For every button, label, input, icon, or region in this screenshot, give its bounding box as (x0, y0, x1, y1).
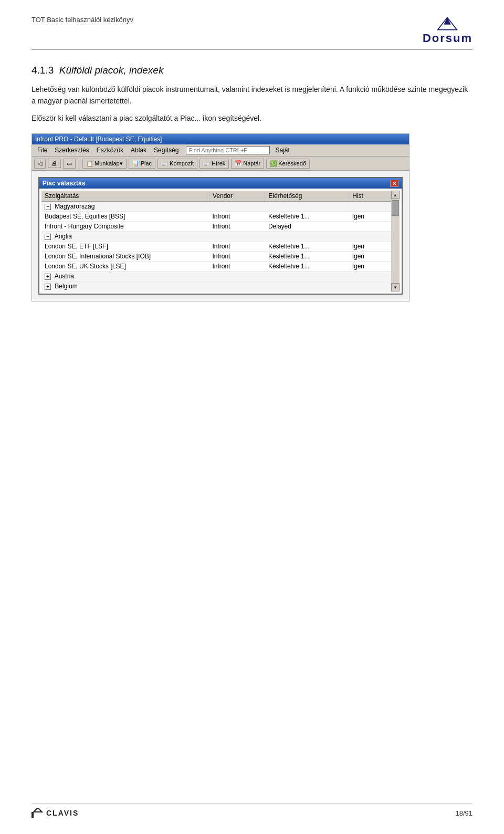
toolbar: ◁ 🖨 ▭ 📋 Munkalap▾ 📊 Piac 📰 Kompozit 📰 Hí… (32, 157, 409, 171)
munkalap-icon: 📋 (86, 160, 93, 167)
menu-segitseg[interactable]: Segítség (151, 145, 182, 155)
table-row[interactable]: London SE, International Stocks [IOB] In… (41, 252, 391, 262)
menu-sajat[interactable]: Saját (272, 145, 292, 155)
dialog-titlebar: Piac választás ✕ (39, 178, 402, 189)
piac-icon: 📊 (132, 160, 140, 167)
table-row[interactable]: Infront - Hungary Composite Infront Dela… (41, 222, 391, 232)
expand-austria-btn[interactable]: + (45, 274, 51, 280)
toolbar-naptar-btn[interactable]: 📅 Naptár (231, 159, 264, 169)
group-anglia[interactable]: − Anglia (41, 232, 391, 242)
col-szolgaltatas: Szolgáltatás (41, 191, 209, 202)
table-row[interactable]: London SE, ETF [LSF] Infront Késleltetve… (41, 242, 391, 252)
paragraph1: Lehetőség van különböző külföldi piacok … (32, 84, 472, 107)
screenshot-container: Infront PRO - Default [Budapest SE, Equi… (32, 133, 410, 301)
win-menubar[interactable]: File Szerkesztés Eszközök Ablak Segítség… (32, 144, 409, 157)
toolbar-screen-btn[interactable]: ▭ (63, 159, 76, 169)
toolbar-separator (79, 158, 79, 169)
dorsum-text: Dorsum (423, 32, 472, 45)
dialog-title: Piac választás (43, 180, 85, 187)
scrollbar[interactable]: ▲ ▼ (391, 191, 400, 291)
group-magyarorszag-label: Magyarország (55, 203, 94, 210)
menu-eszkozok[interactable]: Eszközök (93, 145, 127, 155)
win-title: Infront PRO - Default [Budapest SE, Equi… (35, 135, 162, 143)
expand-belgium-btn[interactable]: + (45, 284, 51, 290)
piac-dialog: Piac választás ✕ Szolgáltatás Vendor Elé… (38, 177, 403, 295)
hirek-icon: 📰 (203, 160, 211, 167)
scrollbar-up-btn[interactable]: ▲ (391, 191, 400, 199)
dialog-close-button[interactable]: ✕ (390, 180, 398, 187)
kereskedő-icon: 💹 (270, 160, 277, 167)
menu-file[interactable]: File (34, 145, 50, 155)
clavis-text: CLAVIS (46, 809, 79, 817)
page-footer: CLAVIS 18/91 (32, 803, 472, 818)
svg-marker-3 (34, 808, 42, 812)
svg-rect-2 (32, 812, 34, 818)
menu-ablak[interactable]: Ablak (128, 145, 150, 155)
dialog-body: Szolgáltatás Vendor Elérhetőség Hist − (39, 189, 402, 294)
dorsum-logo: Dorsum (423, 16, 472, 45)
dorsum-mountain-icon (434, 16, 460, 32)
table-row[interactable]: London SE, UK Stocks [LSE] Infront Késle… (41, 262, 391, 272)
dialog-table-container: Szolgáltatás Vendor Elérhetőség Hist − (41, 191, 391, 291)
paragraph2: Először ki kell választani a piac szolgá… (32, 112, 472, 124)
expand-magyarorszag-btn[interactable]: − (45, 204, 51, 210)
group-belgium[interactable]: + Belgium (41, 282, 391, 291)
expand-anglia-btn[interactable]: − (45, 234, 51, 240)
group-austria[interactable]: + Austria (41, 272, 391, 282)
toolbar-kompozit-btn[interactable]: 📰 Kompozit (158, 159, 197, 169)
toolbar-print-btn[interactable]: 🖨 (48, 159, 61, 168)
toolbar-back-btn[interactable]: ◁ (34, 159, 46, 169)
search-input[interactable] (186, 146, 270, 154)
scrollbar-track[interactable] (391, 199, 400, 283)
col-elerhetoseg: Elérhetőség (265, 191, 349, 202)
scrollbar-thumb[interactable] (392, 200, 399, 216)
dialog-wrapper: Piac választás ✕ Szolgáltatás Vendor Elé… (32, 171, 409, 301)
toolbar-hirek-btn[interactable]: 📰 Hírek (200, 159, 229, 169)
services-table: Szolgáltatás Vendor Elérhetőség Hist − (41, 191, 391, 291)
toolbar-kereskedő-btn[interactable]: 💹 Kereskedő (266, 159, 310, 169)
win-titlebar: Infront PRO - Default [Budapest SE, Equi… (32, 134, 409, 144)
scrollbar-down-btn[interactable]: ▼ (391, 283, 400, 291)
page-number: 18/91 (455, 809, 472, 817)
section-heading: 4.1.3 Külföldi piacok, indexek (32, 65, 472, 76)
col-hist: Hist (349, 191, 391, 202)
group-anglia-label: Anglia (55, 233, 72, 240)
header-title: TOT Basic felhasználói kézikönyv (32, 16, 133, 24)
clavis-logo: CLAVIS (32, 808, 79, 818)
kompozit-icon: 📰 (161, 160, 169, 167)
clavis-logo-icon (32, 808, 44, 818)
group-austria-label: Austria (55, 273, 74, 280)
group-magyarorszag[interactable]: − Magyarország (41, 202, 391, 212)
toolbar-piac-btn[interactable]: 📊 Piac (129, 159, 155, 169)
col-vendor: Vendor (209, 191, 265, 202)
naptar-icon: 📅 (235, 160, 242, 167)
menu-szerkesztes[interactable]: Szerkesztés (51, 145, 92, 155)
page-header: TOT Basic felhasználói kézikönyv Dorsum (32, 16, 472, 50)
table-row[interactable]: Budapest SE, Equities [BSS] Infront Késl… (41, 212, 391, 222)
group-belgium-label: Belgium (55, 283, 77, 290)
toolbar-munkalap-btn[interactable]: 📋 Munkalap▾ (82, 159, 127, 169)
